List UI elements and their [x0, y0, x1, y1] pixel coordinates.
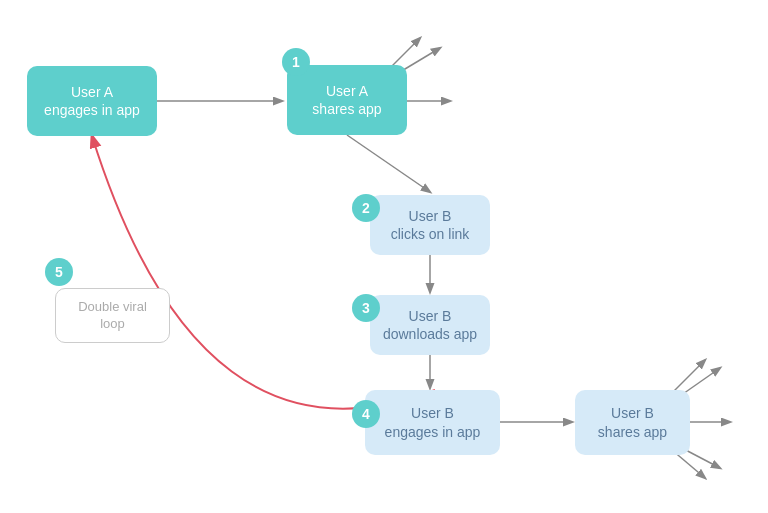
node-user-b-downloads: User B downloads app — [370, 295, 490, 355]
node-user-b-engages: User B engages in app — [365, 390, 500, 455]
node-user-b-clicks: User B clicks on link — [370, 195, 490, 255]
svg-line-7 — [400, 48, 440, 72]
node-double-viral-loop: Double viral loop — [55, 288, 170, 343]
svg-line-6 — [390, 38, 420, 68]
badge-3: 3 — [352, 294, 380, 322]
badge-1: 1 — [282, 48, 310, 76]
node-user-b-shares: User B shares app — [575, 390, 690, 455]
svg-line-1 — [347, 135, 430, 192]
badge-5: 5 — [45, 258, 73, 286]
svg-line-9 — [672, 360, 705, 393]
diagram: User A engages in app User A shares app … — [0, 0, 768, 513]
badge-4: 4 — [352, 400, 380, 428]
node-user-a-shares: User A shares app — [287, 65, 407, 135]
node-user-a-engages: User A engages in app — [27, 66, 157, 136]
badge-2: 2 — [352, 194, 380, 222]
